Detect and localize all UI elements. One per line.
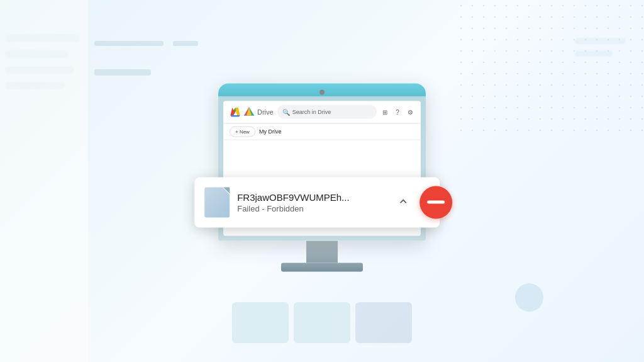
grid-icon[interactable]: ⊞ [380,108,389,116]
drive-logo: Drive [230,107,274,117]
drive-logo-svg [243,107,255,117]
background-sidebar [0,0,88,362]
bg-avatar [515,283,543,312]
thumbnail-1 [232,302,289,343]
bg-line-3 [94,69,151,76]
drive-header: Drive 🔍 Search in Drive ⊞ ? ⚙ [223,101,421,123]
new-button[interactable]: + New [230,126,255,137]
drive-subheader: + New My Drive [223,123,421,140]
forbidden-dash [427,201,445,204]
file-icon [204,187,230,217]
monitor-neck [306,240,338,263]
bottom-thumbnails [232,302,412,343]
settings-icon[interactable]: ⚙ [406,108,414,116]
monitor-camera [319,89,325,94]
search-input-text: Search in Drive [292,109,331,115]
download-popup: FR3jawOBF9VWUMPEh... Failed - Forbidden [194,177,440,227]
drive-search-box[interactable]: 🔍 Search in Drive [277,105,377,119]
popup-chevron-icon[interactable] [398,196,408,208]
bg-line-2 [173,41,198,46]
forbidden-icon [419,186,452,218]
my-drive-breadcrumb: My Drive [259,128,282,135]
dot-pattern-decoration [455,0,644,139]
monitor-base [281,263,363,271]
search-icon: 🔍 [282,108,290,115]
thumbnail-2 [294,302,350,343]
new-button-label: + New [235,128,250,134]
drive-logo-text: Drive [257,108,274,116]
file-name: FR3jawOBF9VWUMPEh... [237,191,408,202]
file-icon-container [204,187,230,217]
file-info: FR3jawOBF9VWUMPEh... Failed - Forbidden [237,191,408,213]
thumbnail-3 [355,302,412,343]
drive-logo-icon [230,107,241,117]
file-icon-corner [223,187,230,193]
drive-header-icons: ⊞ ? ⚙ [380,108,414,116]
file-status: Failed - Forbidden [237,203,408,213]
help-icon[interactable]: ? [393,108,402,116]
bg-line-1 [94,41,164,46]
